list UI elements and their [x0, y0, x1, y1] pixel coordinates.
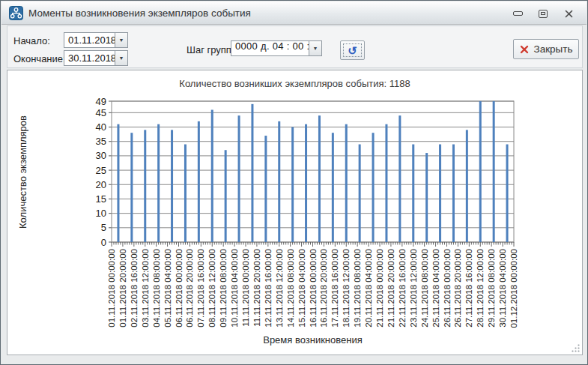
maximize-button[interactable]	[536, 8, 551, 19]
y-tick-label: 25	[96, 165, 106, 176]
chevron-down-icon[interactable]: ▼	[115, 50, 128, 66]
bar	[466, 130, 468, 242]
bar	[117, 124, 119, 242]
close-button[interactable]: Закрыть	[513, 39, 579, 59]
x-tick-label: 01.11.2018 00:00:00	[107, 249, 116, 328]
y-tick-label: 49	[96, 96, 106, 107]
x-tick-label: 09.11.2018 08:00:00	[219, 249, 228, 328]
title-bar[interactable]: Моменты возникновения экземпляров событи…	[1, 1, 587, 25]
bar	[345, 124, 348, 242]
bar	[412, 145, 414, 242]
close-button-label: Закрыть	[534, 43, 573, 55]
y-tick-label: 0	[101, 237, 106, 248]
resize-grip[interactable]	[571, 343, 581, 353]
chart-panel: Количество возникших экземпляров события…	[7, 70, 583, 355]
toolbar-panel: Начало: 01.11.2018 ▼ Окончание: 30.11.20…	[7, 25, 583, 68]
bar	[493, 101, 495, 242]
chevron-down-icon[interactable]: ▼	[309, 40, 322, 56]
y-tick-label: 40	[96, 121, 106, 133]
x-tick-label: 14.11.2018 08:00:00	[286, 249, 295, 328]
end-date-value[interactable]: 30.11.2018	[64, 50, 115, 66]
bar-chart: 0510152025303540454901.11.2018 00:00:000…	[7, 70, 582, 355]
org-chart-icon	[9, 6, 23, 20]
red-cross-icon	[520, 45, 529, 54]
x-tick-label: 21.11.2018 00:00:00	[375, 249, 384, 328]
x-tick-label: 26.11.2018 00:00:00	[443, 249, 452, 328]
x-tick-label: 15.11.2018 04:00:00	[297, 249, 306, 328]
x-tick-label: 13.11.2018 12:00:00	[275, 249, 284, 328]
x-tick-label: 18.11.2018 12:00:00	[342, 249, 351, 328]
bar	[398, 115, 401, 242]
x-tick-label: 01.12.2018 00:00:00	[509, 249, 518, 328]
x-tick-label: 26.11.2018 20:00:00	[453, 249, 462, 328]
grouping-step-combo[interactable]: 0000 д. 04 : 00 : 0 ▼	[231, 40, 322, 56]
start-date-value[interactable]: 01.11.2018	[64, 32, 115, 48]
bar	[238, 115, 240, 242]
x-tick-label: 01.11.2018 20:00:00	[118, 249, 127, 328]
x-tick-label: 16.11.2018 00:00:00	[309, 249, 318, 328]
x-tick-label: 10.11.2018 04:00:00	[230, 249, 239, 328]
bar	[291, 127, 294, 242]
bar	[171, 130, 173, 242]
x-tick-label: 08.11.2018 12:00:00	[207, 249, 216, 328]
bar	[184, 145, 187, 242]
bar	[211, 110, 213, 242]
end-date-label: Окончание:	[13, 53, 66, 64]
close-icon	[565, 10, 573, 18]
y-tick-label: 5	[101, 222, 106, 233]
bar	[452, 145, 455, 242]
x-tick-label: 04.11.2018 08:00:00	[152, 249, 161, 328]
y-tick-label: 15	[96, 193, 106, 205]
y-tick-label: 45	[96, 107, 106, 118]
refresh-button[interactable]: ↺	[340, 40, 365, 60]
bar	[130, 133, 133, 242]
bar	[318, 115, 321, 242]
end-date-combo[interactable]: 30.11.2018 ▼	[64, 50, 128, 66]
x-tick-label: 16.11.2018 20:00:00	[319, 249, 328, 328]
x-tick-label: 11.11.2018 00:00:00	[241, 249, 250, 327]
start-date-combo[interactable]: 01.11.2018 ▼	[64, 32, 128, 48]
x-tick-label: 29.11.2018 08:00:00	[487, 249, 496, 328]
grouping-step-value[interactable]: 0000 д. 04 : 00 : 0	[231, 40, 309, 56]
minimize-icon	[513, 11, 523, 16]
y-tick-label: 20	[96, 179, 106, 190]
bar	[359, 145, 361, 242]
x-tick-label: 06.11.2018 00:00:00	[175, 249, 184, 328]
x-tick-label: 25.11.2018 04:00:00	[431, 249, 440, 328]
x-tick-label: 11.11.2018 20:00:00	[252, 249, 261, 327]
minimize-button[interactable]	[510, 8, 525, 19]
dialog-window: Моменты возникновения экземпляров событи…	[0, 0, 588, 365]
bar	[264, 136, 267, 242]
x-tick-label: 17.11.2018 16:00:00	[330, 249, 339, 328]
y-tick-label: 35	[96, 136, 106, 147]
x-tick-label: 23.11.2018 12:00:00	[409, 249, 418, 328]
x-tick-label: 21.11.2018 20:00:00	[387, 249, 395, 328]
bar	[278, 121, 280, 242]
x-tick-label: 06.11.2018 20:00:00	[185, 249, 194, 328]
bar	[225, 150, 227, 242]
window-title: Моменты возникновения экземпляров событи…	[28, 7, 251, 19]
x-tick-label: 07.11.2018 16:00:00	[196, 249, 205, 328]
close-window-button[interactable]	[561, 8, 576, 19]
x-tick-label: 30.11.2018 04:00:00	[498, 249, 507, 328]
y-tick-label: 10	[96, 208, 106, 219]
bar	[251, 104, 253, 242]
x-tick-label: 20.11.2018 04:00:00	[364, 249, 373, 328]
bar	[385, 124, 387, 242]
bar	[157, 124, 160, 242]
bar	[198, 121, 200, 242]
x-tick-label: 02.11.2018 16:00:00	[130, 249, 139, 328]
chevron-down-icon[interactable]: ▼	[115, 32, 128, 48]
maximize-icon	[539, 10, 548, 18]
x-tick-label: 28.11.2018 12:00:00	[476, 249, 485, 328]
bar	[439, 145, 441, 242]
bar	[425, 153, 428, 242]
y-tick-label: 30	[96, 150, 106, 161]
x-tick-label: 19.11.2018 08:00:00	[353, 249, 362, 328]
x-tick-label: 12.11.2018 16:00:00	[264, 249, 273, 328]
start-date-label: Начало:	[13, 35, 50, 46]
x-tick-label: 24.11.2018 08:00:00	[420, 249, 429, 328]
bar	[305, 124, 307, 242]
bar	[144, 130, 146, 242]
bar	[506, 145, 509, 242]
